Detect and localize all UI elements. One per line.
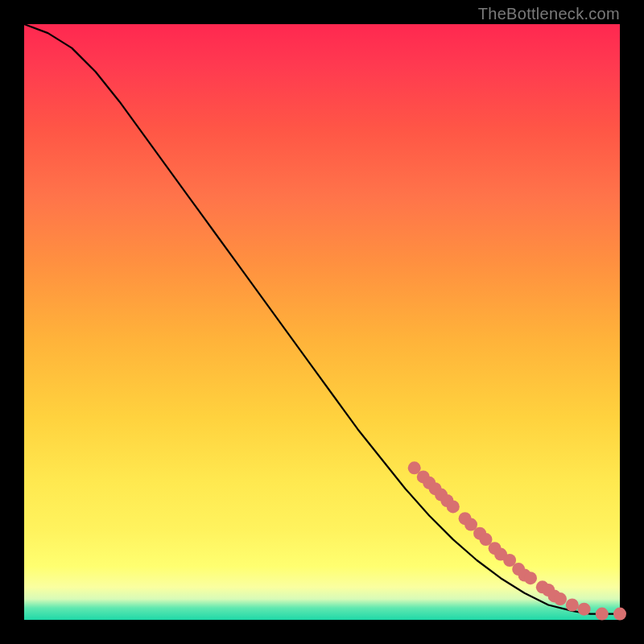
data-marker	[613, 608, 626, 621]
data-marker	[554, 592, 567, 605]
data-marker	[524, 572, 537, 584]
data-marker	[566, 599, 579, 612]
chart-svg	[24, 24, 620, 620]
bottleneck-curve	[24, 24, 620, 614]
chart-frame: TheBottleneck.com	[0, 0, 644, 644]
data-marker	[596, 608, 609, 621]
data-marker	[578, 603, 591, 616]
plot-area	[24, 24, 620, 620]
data-markers	[408, 461, 626, 620]
attribution-text: TheBottleneck.com	[478, 5, 620, 23]
data-marker	[447, 500, 460, 513]
